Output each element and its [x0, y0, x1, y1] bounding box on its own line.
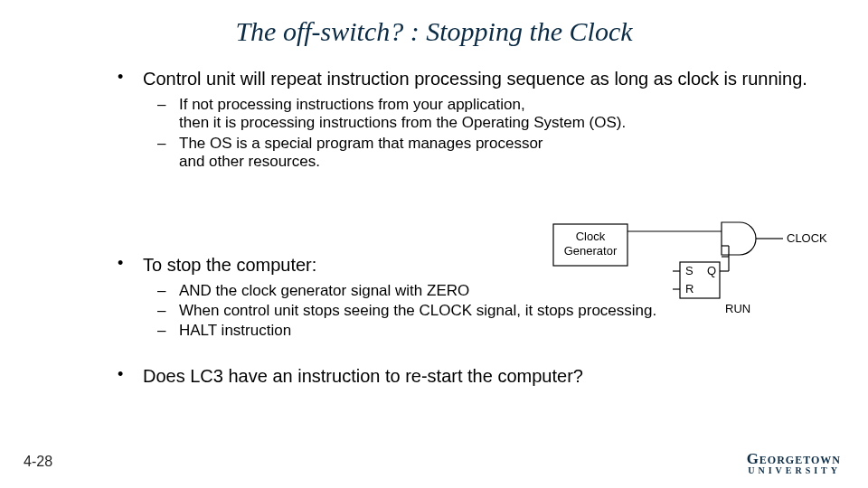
- bullet-1-sub-2: The OS is a special program that manages…: [143, 135, 814, 172]
- slide-title: The off-switch? : Stopping the Clock: [0, 0, 868, 67]
- clock-gen-label-1: Clock: [576, 230, 606, 243]
- bullet-2-sub-3: HALT instruction: [143, 322, 814, 340]
- georgetown-logo: Georgetown UNIVERSITY: [747, 451, 841, 475]
- clock-output-label: CLOCK: [787, 231, 827, 245]
- slide-number: 4-28: [24, 454, 52, 470]
- bullet-1-text: Control unit will repeat instruction pro…: [143, 69, 807, 89]
- bullet-3: Does LC3 have an instruction to re-start…: [118, 364, 814, 388]
- run-label: RUN: [725, 302, 750, 315]
- logo-university: UNIVERSITY: [747, 466, 841, 475]
- logo-name: Georgetown: [747, 451, 841, 466]
- bullet-3-text: Does LC3 have an instruction to re-start…: [143, 366, 583, 386]
- bullet-1-sub-1: If not processing instructions from your…: [143, 96, 814, 133]
- latch-r-label: R: [685, 282, 693, 296]
- latch-s-label: S: [685, 264, 693, 277]
- bullet-2-text: To stop the computer:: [143, 255, 316, 275]
- clock-gen-label-2: Generator: [564, 244, 618, 258]
- clock-diagram: Clock Generator CLOCK S R Q RUN: [552, 215, 832, 324]
- bullet-1: Control unit will repeat instruction pro…: [118, 67, 814, 172]
- latch-q-label: Q: [707, 264, 716, 277]
